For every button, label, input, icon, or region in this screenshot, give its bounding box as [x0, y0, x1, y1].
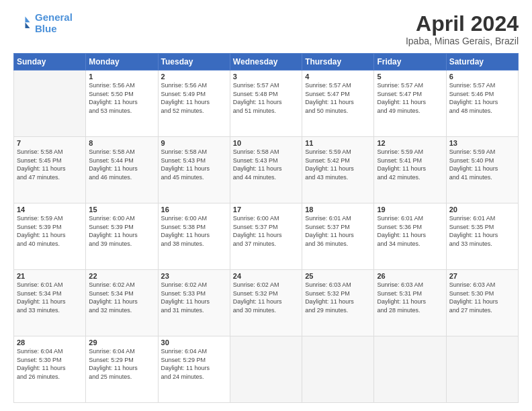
calendar-cell [14, 71, 86, 137]
calendar-cell: 15Sunrise: 6:00 AM Sunset: 5:39 PM Dayli… [86, 203, 158, 270]
calendar-cell: 19Sunrise: 6:01 AM Sunset: 5:36 PM Dayli… [374, 203, 446, 270]
calendar-week-row: 28Sunrise: 6:04 AM Sunset: 5:30 PM Dayli… [14, 336, 519, 403]
calendar-cell: 16Sunrise: 6:00 AM Sunset: 5:38 PM Dayli… [158, 203, 230, 270]
weekday-header: Monday [86, 54, 158, 71]
day-number: 5 [377, 73, 443, 81]
day-number: 23 [161, 272, 227, 280]
day-info: Sunrise: 5:56 AM Sunset: 5:50 PM Dayligh… [89, 81, 154, 115]
day-number: 21 [17, 272, 83, 280]
calendar-cell [374, 336, 446, 403]
day-info: Sunrise: 6:01 AM Sunset: 5:35 PM Dayligh… [449, 214, 515, 248]
calendar-cell: 6Sunrise: 5:57 AM Sunset: 5:46 PM Daylig… [446, 71, 518, 137]
calendar-week-row: 1Sunrise: 5:56 AM Sunset: 5:50 PM Daylig… [14, 71, 519, 137]
day-info: Sunrise: 5:57 AM Sunset: 5:47 PM Dayligh… [305, 81, 371, 115]
day-info: Sunrise: 6:03 AM Sunset: 5:30 PM Dayligh… [449, 281, 515, 314]
day-info: Sunrise: 6:03 AM Sunset: 5:31 PM Dayligh… [377, 281, 443, 314]
day-info: Sunrise: 6:02 AM Sunset: 5:32 PM Dayligh… [233, 281, 299, 314]
calendar-cell: 28Sunrise: 6:04 AM Sunset: 5:30 PM Dayli… [14, 336, 86, 403]
subtitle: Ipaba, Minas Gerais, Brazil [406, 36, 519, 46]
day-info: Sunrise: 5:59 AM Sunset: 5:40 PM Dayligh… [449, 148, 515, 181]
day-info: Sunrise: 5:58 AM Sunset: 5:43 PM Dayligh… [161, 148, 227, 181]
calendar-cell: 24Sunrise: 6:02 AM Sunset: 5:32 PM Dayli… [230, 270, 302, 336]
calendar-week-row: 7Sunrise: 5:58 AM Sunset: 5:45 PM Daylig… [14, 137, 519, 203]
calendar-cell: 12Sunrise: 5:59 AM Sunset: 5:41 PM Dayli… [374, 137, 446, 203]
weekday-header: Thursday [302, 54, 374, 71]
day-info: Sunrise: 5:58 AM Sunset: 5:44 PM Dayligh… [89, 148, 154, 181]
day-number: 26 [377, 272, 443, 280]
day-info: Sunrise: 6:02 AM Sunset: 5:34 PM Dayligh… [89, 281, 154, 314]
day-info: Sunrise: 6:00 AM Sunset: 5:38 PM Dayligh… [161, 214, 227, 248]
weekday-header: Sunday [14, 54, 86, 71]
day-number: 22 [89, 272, 154, 280]
weekday-header: Saturday [446, 54, 518, 71]
day-info: Sunrise: 6:01 AM Sunset: 5:34 PM Dayligh… [17, 281, 83, 314]
calendar-cell [302, 336, 374, 403]
calendar-cell: 23Sunrise: 6:02 AM Sunset: 5:33 PM Dayli… [158, 270, 230, 336]
day-number: 11 [305, 139, 371, 147]
calendar-cell: 2Sunrise: 5:56 AM Sunset: 5:49 PM Daylig… [158, 71, 230, 137]
day-number: 27 [449, 272, 515, 280]
main-title: April 2024 [406, 12, 519, 36]
weekday-header: Tuesday [158, 54, 230, 71]
day-number: 19 [377, 205, 443, 214]
calendar-cell: 30Sunrise: 6:04 AM Sunset: 5:29 PM Dayli… [158, 336, 230, 403]
title-block: April 2024 Ipaba, Minas Gerais, Brazil [406, 12, 519, 46]
day-number: 4 [305, 73, 371, 81]
day-number: 1 [89, 73, 154, 81]
day-info: Sunrise: 6:01 AM Sunset: 5:37 PM Dayligh… [305, 214, 371, 248]
day-info: Sunrise: 6:00 AM Sunset: 5:37 PM Dayligh… [233, 214, 299, 248]
day-info: Sunrise: 5:57 AM Sunset: 5:48 PM Dayligh… [233, 81, 299, 115]
day-info: Sunrise: 6:04 AM Sunset: 5:30 PM Dayligh… [17, 347, 83, 381]
day-number: 13 [449, 139, 515, 147]
calendar-cell: 11Sunrise: 5:59 AM Sunset: 5:42 PM Dayli… [302, 137, 374, 203]
calendar-table: SundayMondayTuesdayWednesdayThursdayFrid… [13, 53, 519, 403]
day-number: 28 [17, 338, 83, 347]
calendar-cell: 8Sunrise: 5:58 AM Sunset: 5:44 PM Daylig… [86, 137, 158, 203]
day-info: Sunrise: 5:57 AM Sunset: 5:46 PM Dayligh… [449, 81, 515, 115]
calendar-cell: 1Sunrise: 5:56 AM Sunset: 5:50 PM Daylig… [86, 71, 158, 137]
calendar-cell: 14Sunrise: 5:59 AM Sunset: 5:39 PM Dayli… [14, 203, 86, 270]
day-info: Sunrise: 5:58 AM Sunset: 5:45 PM Dayligh… [17, 148, 83, 181]
day-number: 30 [161, 338, 227, 347]
calendar-cell: 21Sunrise: 6:01 AM Sunset: 5:34 PM Dayli… [14, 270, 86, 336]
day-number: 17 [233, 205, 299, 214]
day-info: Sunrise: 5:56 AM Sunset: 5:49 PM Dayligh… [161, 81, 227, 115]
day-number: 7 [17, 139, 83, 147]
calendar-cell: 26Sunrise: 6:03 AM Sunset: 5:31 PM Dayli… [374, 270, 446, 336]
calendar-cell: 4Sunrise: 5:57 AM Sunset: 5:47 PM Daylig… [302, 71, 374, 137]
day-info: Sunrise: 5:58 AM Sunset: 5:43 PM Dayligh… [233, 148, 299, 181]
calendar-cell: 25Sunrise: 6:03 AM Sunset: 5:32 PM Dayli… [302, 270, 374, 336]
day-number: 18 [305, 205, 371, 214]
calendar-cell: 3Sunrise: 5:57 AM Sunset: 5:48 PM Daylig… [230, 71, 302, 137]
day-number: 10 [233, 139, 299, 147]
calendar-cell [446, 336, 518, 403]
logo-text: General Blue [35, 12, 73, 34]
day-number: 15 [89, 205, 154, 214]
day-number: 24 [233, 272, 299, 280]
calendar-cell: 9Sunrise: 5:58 AM Sunset: 5:43 PM Daylig… [158, 137, 230, 203]
calendar-week-row: 14Sunrise: 5:59 AM Sunset: 5:39 PM Dayli… [14, 203, 519, 270]
day-info: Sunrise: 6:00 AM Sunset: 5:39 PM Dayligh… [89, 214, 154, 248]
calendar-cell: 18Sunrise: 6:01 AM Sunset: 5:37 PM Dayli… [302, 203, 374, 270]
day-info: Sunrise: 6:03 AM Sunset: 5:32 PM Dayligh… [305, 281, 371, 314]
logo-general: General [35, 11, 73, 23]
calendar-cell: 22Sunrise: 6:02 AM Sunset: 5:34 PM Dayli… [86, 270, 158, 336]
day-info: Sunrise: 6:04 AM Sunset: 5:29 PM Dayligh… [161, 347, 227, 381]
day-number: 29 [89, 338, 154, 347]
calendar-cell: 29Sunrise: 6:04 AM Sunset: 5:29 PM Dayli… [86, 336, 158, 403]
calendar-cell: 10Sunrise: 5:58 AM Sunset: 5:43 PM Dayli… [230, 137, 302, 203]
day-number: 12 [377, 139, 443, 147]
calendar-cell: 13Sunrise: 5:59 AM Sunset: 5:40 PM Dayli… [446, 137, 518, 203]
calendar-header-row: SundayMondayTuesdayWednesdayThursdayFrid… [14, 54, 519, 71]
svg-marker-0 [26, 16, 30, 22]
page: General Blue April 2024 Ipaba, Minas Ger… [0, 0, 532, 411]
day-number: 9 [161, 139, 227, 147]
day-number: 20 [449, 205, 515, 214]
svg-marker-1 [26, 22, 30, 28]
day-number: 8 [89, 139, 154, 147]
day-info: Sunrise: 5:57 AM Sunset: 5:47 PM Dayligh… [377, 81, 443, 115]
weekday-header: Friday [374, 54, 446, 71]
day-info: Sunrise: 6:01 AM Sunset: 5:36 PM Dayligh… [377, 214, 443, 248]
day-number: 3 [233, 73, 299, 81]
day-number: 14 [17, 205, 83, 214]
